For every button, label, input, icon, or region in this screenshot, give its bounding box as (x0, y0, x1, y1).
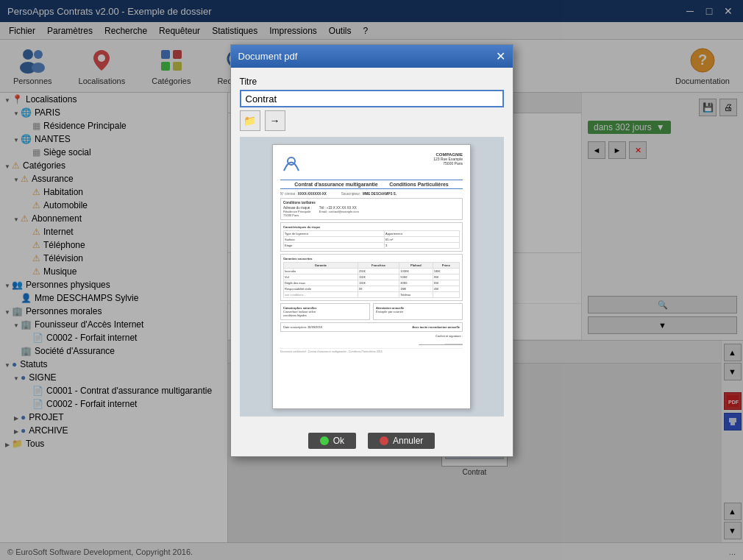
doc-signature: Cachet et signature : ___________ (280, 334, 463, 345)
doc-bottom-section: Catastrophes naturelles Couverture inclu… (280, 303, 463, 320)
doc-section-caracteristiques: Caractéristiques du risque Type de logem… (280, 222, 463, 252)
modal-arrow-btn[interactable]: → (265, 110, 285, 131)
modal-overlay: Document pdf ✕ Titre 📁 → (0, 0, 743, 560)
modal-titre-input[interactable] (240, 90, 504, 107)
modal-doc-preview: COMPAGNIE 123 Rue Example 75000 Paris Co… (272, 144, 471, 409)
modal-ok-button[interactable]: Ok (308, 433, 356, 449)
doc-company-info: COMPAGNIE 123 Rue Example 75000 Paris (433, 152, 463, 166)
modal-preview: COMPAGNIE 123 Rue Example 75000 Paris Co… (240, 137, 504, 417)
doc-footer-section: Date souscription: 28/09/2016 Avec tacit… (280, 322, 463, 332)
doc-section-garanties: Garanties souscrites GarantieFranchisePl… (280, 254, 463, 301)
modal-titre-label: Titre (240, 77, 504, 87)
modal-toolbar: 📁 → (240, 107, 504, 137)
modal-close-button[interactable]: ✕ (496, 49, 505, 63)
doc-header: COMPAGNIE 123 Rue Example 75000 Paris (280, 152, 463, 175)
cancel-dot (380, 436, 388, 445)
modal-body: Titre 📁 → (231, 68, 513, 425)
modal-title-bar: Document pdf ✕ (231, 45, 513, 68)
ok-dot (320, 436, 329, 445)
modal-footer: Ok Annuler (231, 425, 513, 456)
doc-section-1: N° contrat : XXXX-XXXXXX-XX Souscripteur… (280, 192, 463, 196)
doc-main-title: Contrat d'assurance multigarantie Condit… (280, 180, 463, 189)
modal-folder-btn[interactable]: 📁 (240, 110, 260, 131)
doc-section-conditions: Conditions tarifaires Adresse du risque … (280, 198, 463, 220)
modal-title: Document pdf (238, 51, 298, 62)
modal-cancel-button[interactable]: Annuler (368, 433, 435, 449)
svg-point-48 (288, 157, 295, 165)
doc-legal: Document confidentiel - Contrat d'assura… (280, 348, 463, 353)
ok-label: Ok (333, 436, 344, 446)
cancel-label: Annuler (393, 436, 423, 446)
doc-logo (280, 152, 302, 175)
modal-document-pdf: Document pdf ✕ Titre 📁 → (230, 44, 513, 457)
